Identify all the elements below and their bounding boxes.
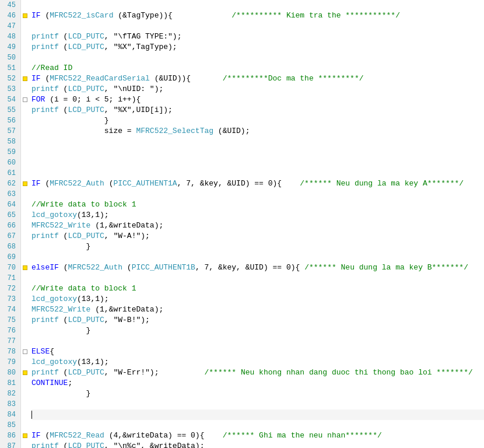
code-line: printf (LCD_PUTC, "%X",TagType); bbox=[31, 42, 484, 52]
code-line: printf (LCD_PUTC, "\n%c", &writeData); bbox=[31, 441, 484, 448]
marker bbox=[21, 94, 29, 105]
code-line bbox=[31, 136, 484, 147]
line-number: 62 bbox=[2, 178, 18, 189]
line-number: 48 bbox=[2, 32, 18, 42]
line-number: 60 bbox=[2, 158, 18, 168]
line-number: 69 bbox=[2, 252, 18, 262]
code-line: printf (LCD_PUTC, "W-A!"); bbox=[31, 231, 484, 242]
marker bbox=[21, 200, 29, 210]
code-line bbox=[31, 252, 484, 262]
code-area[interactable]: IF (MFRC522_isCard (&TagType)){ /*******… bbox=[29, 0, 484, 448]
marker bbox=[21, 430, 29, 441]
code-line: ELSE{ bbox=[31, 346, 484, 357]
marker bbox=[21, 42, 29, 52]
code-line: IF (MFRC522_ReadCardSerial (&UID)){ /***… bbox=[31, 74, 484, 84]
line-number: 85 bbox=[2, 420, 18, 430]
marker bbox=[21, 262, 29, 273]
line-number: 86 bbox=[2, 430, 18, 441]
marker bbox=[21, 315, 29, 326]
marker bbox=[21, 84, 29, 94]
markers-column bbox=[21, 0, 29, 448]
marker bbox=[21, 399, 29, 410]
line-number: 52 bbox=[2, 74, 18, 84]
line-number: 58 bbox=[2, 136, 18, 147]
line-number: 67 bbox=[2, 231, 18, 242]
marker bbox=[21, 220, 29, 231]
line-number: 53 bbox=[2, 84, 18, 94]
marker bbox=[21, 116, 29, 126]
code-line: printf (LCD_PUTC, "W-B!"); bbox=[31, 315, 484, 326]
line-number: 57 bbox=[2, 126, 18, 136]
code-line: } bbox=[31, 116, 484, 126]
code-line: CONTINUE; bbox=[31, 378, 484, 388]
line-number: 78 bbox=[2, 346, 18, 357]
line-number: 75 bbox=[2, 315, 18, 326]
marker bbox=[21, 136, 29, 147]
line-number: 50 bbox=[2, 52, 18, 63]
line-number: 55 bbox=[2, 105, 18, 116]
marker bbox=[21, 252, 29, 262]
code-line bbox=[31, 52, 484, 63]
line-number: 71 bbox=[2, 273, 18, 284]
marker bbox=[21, 63, 29, 74]
line-number: 82 bbox=[2, 388, 18, 399]
code-line: //Write data to block 1 bbox=[31, 200, 484, 210]
line-number: 59 bbox=[2, 147, 18, 158]
line-number: 63 bbox=[2, 189, 18, 200]
code-line: } bbox=[31, 388, 484, 399]
line-number: 80 bbox=[2, 368, 18, 378]
marker bbox=[21, 304, 29, 315]
marker bbox=[21, 336, 29, 346]
marker bbox=[21, 346, 29, 357]
code-line bbox=[31, 158, 484, 168]
marker bbox=[21, 284, 29, 294]
marker bbox=[21, 210, 29, 220]
code-line: size = MFRC522_SelectTag (&UID); bbox=[31, 126, 484, 136]
line-number: 46 bbox=[2, 10, 18, 21]
line-number: 83 bbox=[2, 399, 18, 410]
line-number: 79 bbox=[2, 357, 18, 368]
code-line: IF (MFRC522_Auth (PICC_AUTHENT1A, 7, &ke… bbox=[31, 178, 484, 189]
marker bbox=[21, 0, 29, 10]
line-number: 49 bbox=[2, 42, 18, 52]
code-line bbox=[31, 410, 484, 420]
code-line: //Write data to block 1 bbox=[31, 284, 484, 294]
code-line: printf (LCD_PUTC, "\nUID: "); bbox=[31, 84, 484, 94]
code-line: else IF (MFRC522_Auth (PICC_AUTHENT1B, 7… bbox=[31, 262, 484, 273]
code-line bbox=[31, 420, 484, 430]
line-number: 87 bbox=[2, 441, 18, 448]
marker bbox=[21, 326, 29, 336]
line-number: 51 bbox=[2, 63, 18, 74]
code-line bbox=[31, 189, 484, 200]
line-number: 81 bbox=[2, 378, 18, 388]
marker bbox=[21, 147, 29, 158]
marker bbox=[21, 273, 29, 284]
line-number: 70 bbox=[2, 262, 18, 273]
line-number: 61 bbox=[2, 168, 18, 178]
code-line: MFRC522_Write (1,&writeData); bbox=[31, 220, 484, 231]
marker bbox=[21, 168, 29, 178]
marker bbox=[21, 388, 29, 399]
code-line bbox=[31, 0, 484, 10]
line-numbers: 4546474849505152535455565758596061626364… bbox=[0, 0, 21, 448]
marker bbox=[21, 378, 29, 388]
marker bbox=[21, 158, 29, 168]
code-editor[interactable]: 4546474849505152535455565758596061626364… bbox=[0, 0, 484, 448]
code-line bbox=[31, 21, 484, 32]
marker bbox=[21, 294, 29, 304]
marker bbox=[21, 32, 29, 42]
marker bbox=[21, 126, 29, 136]
line-number: 68 bbox=[2, 242, 18, 252]
line-number: 77 bbox=[2, 336, 18, 346]
line-number: 47 bbox=[2, 21, 18, 32]
code-line: //Read ID bbox=[31, 63, 484, 74]
code-line bbox=[31, 399, 484, 410]
code-line: FOR (i = 0; i < 5; i++){ bbox=[31, 94, 484, 105]
marker bbox=[21, 105, 29, 116]
marker bbox=[21, 74, 29, 84]
code-line bbox=[31, 273, 484, 284]
line-number: 72 bbox=[2, 284, 18, 294]
marker bbox=[21, 21, 29, 32]
code-line: MFRC522_Write (1,&writeData); bbox=[31, 304, 484, 315]
line-number: 65 bbox=[2, 210, 18, 220]
